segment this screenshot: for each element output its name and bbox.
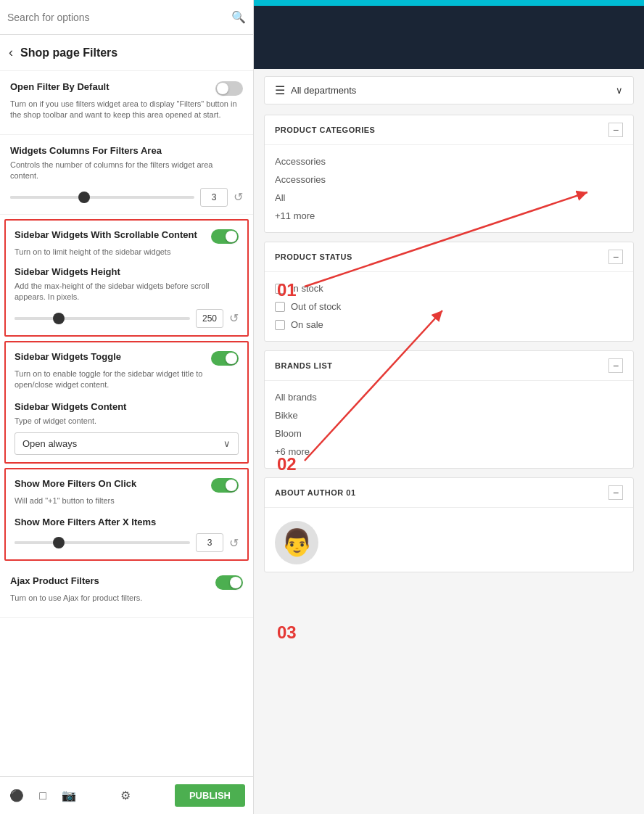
checkbox-label: On sale	[291, 319, 323, 330]
widget-body-categories: Accessories Accessories All +11 more	[265, 145, 633, 232]
desc-sidebar-height: Add the max-height of the sidebar widget…	[15, 281, 239, 303]
checkbox-box[interactable]	[275, 284, 285, 294]
widget-body-status: In stock Out of stock On sale	[265, 272, 633, 341]
panel-content: Open Filter By Default Turn on if you us…	[0, 71, 253, 814]
collapse-status[interactable]: −	[608, 250, 623, 264]
widget-body-author: 👨	[265, 508, 633, 572]
widget-brands-list: BRANDS LIST − All brands Bikke Bloom +6 …	[264, 350, 634, 469]
section-show-more-filters: Show More Filters On Click Will add "+1"…	[4, 468, 249, 561]
publish-button[interactable]: PUBLISH	[175, 784, 245, 807]
list-item[interactable]: Bloom	[275, 424, 623, 443]
dropdown-arrow-icon: ∨	[223, 438, 231, 449]
section-title-sidebar-height: Sidebar Widgets Height	[15, 266, 239, 277]
toggle-thumb	[226, 353, 237, 364]
checkbox-box[interactable]	[275, 320, 285, 330]
search-input[interactable]	[7, 12, 231, 23]
list-item[interactable]: Bikke	[275, 406, 623, 424]
toggle-open-filter[interactable]	[215, 81, 243, 96]
slider-row-more: 3 ↺	[15, 533, 239, 552]
list-item[interactable]: All brands	[275, 388, 623, 406]
checkbox-in-stock[interactable]: In stock	[275, 279, 623, 297]
slider-row-height: 250 ↺	[15, 309, 239, 328]
section-title-show-more-after: Show More Filters After X Items	[15, 517, 239, 527]
slider-columns[interactable]	[10, 190, 194, 205]
toggle-track	[215, 575, 243, 590]
toggle-track	[211, 351, 239, 366]
back-arrow-icon[interactable]: ‹	[9, 45, 13, 60]
widget-title-brands: BRANDS LIST	[275, 361, 332, 370]
dropdown-sidebar-content[interactable]: Open always ∨	[15, 432, 239, 455]
section-sidebar-toggle: Sidebar Widgets Toggle Turn on to enable…	[4, 341, 249, 464]
slider-value-height: 250	[196, 309, 223, 328]
widget-product-categories: PRODUCT CATEGORIES − Accessories Accesso…	[264, 115, 634, 233]
gear-icon[interactable]: ⚙	[120, 789, 131, 802]
hamburger-icon: ☰	[275, 83, 285, 97]
widget-header-author: ABOUT AUTHOR 01 −	[265, 478, 633, 508]
widget-product-status: PRODUCT STATUS − In stock Out of stock O…	[264, 242, 634, 342]
square-icon[interactable]: □	[35, 788, 51, 804]
list-item-more[interactable]: +6 more	[275, 443, 623, 461]
list-item[interactable]: All	[275, 189, 623, 207]
circle-dot-icon[interactable]: ⚫	[9, 788, 25, 804]
desc-ajax: Turn on to use Ajax for product filters.	[10, 593, 243, 604]
slider-more[interactable]	[15, 535, 190, 550]
toggle-track	[215, 81, 243, 96]
section-title-show-more: Show More Filters On Click	[15, 478, 136, 489]
toggle-sidebar-toggle[interactable]	[211, 351, 239, 366]
desc-sidebar-content: Type of widget content.	[15, 416, 239, 427]
widget-header-brands: BRANDS LIST −	[265, 351, 633, 381]
slider-value-columns: 3	[200, 188, 228, 207]
image-icon[interactable]: 📷	[61, 788, 77, 804]
toggle-thumb	[226, 231, 237, 242]
right-panel: ☰ All departments ∨ PRODUCT CATEGORIES −…	[254, 0, 644, 814]
dept-left: ☰ All departments	[275, 83, 356, 97]
widget-title-status: PRODUCT STATUS	[275, 252, 352, 261]
section-widgets-columns: Widgets Columns For Filters Area Control…	[0, 135, 253, 215]
toggle-thumb	[230, 577, 242, 588]
section-open-filter: Open Filter By Default Turn on if you us…	[0, 71, 253, 135]
search-icon: 🔍	[231, 10, 246, 24]
checkbox-on-sale[interactable]: On sale	[275, 316, 623, 334]
toggle-track	[211, 229, 239, 244]
desc-open-filter: Turn on if you use filters widget area t…	[10, 99, 243, 121]
section-title-open-filter: Open Filter By Default	[10, 81, 110, 92]
toggle-thumb	[226, 480, 237, 491]
list-item[interactable]: Accessories	[275, 170, 623, 189]
section-title-sidebar-scrollable: Sidebar Widgets With Scrollable Content	[15, 229, 197, 240]
desc-sidebar-toggle: Turn on to enable toggle for the sidebar…	[15, 369, 239, 391]
slider-reset-more[interactable]: ↺	[229, 536, 239, 550]
section-ajax-filters: Ajax Product Filters Turn on to use Ajax…	[0, 565, 253, 617]
avatar: 👨	[275, 521, 318, 564]
toggle-ajax[interactable]	[215, 575, 243, 590]
toggle-thumb	[217, 83, 228, 94]
collapse-author[interactable]: −	[608, 485, 623, 500]
widget-header-status: PRODUCT STATUS −	[265, 242, 633, 272]
bottom-icons: ⚫ □ 📷	[9, 788, 77, 804]
header-teal-bar	[254, 0, 644, 6]
author-face-icon: 👨	[281, 527, 313, 558]
departments-bar[interactable]: ☰ All departments ∨	[264, 76, 634, 104]
dropdown-value: Open always	[22, 438, 77, 449]
departments-label: All departments	[291, 85, 356, 96]
toggle-sidebar-scrollable[interactable]	[211, 229, 239, 244]
collapse-brands[interactable]: −	[608, 358, 623, 373]
widget-about-author: ABOUT AUTHOR 01 − 👨	[264, 477, 634, 572]
widget-title-categories: PRODUCT CATEGORIES	[275, 126, 375, 134]
slider-value-more: 3	[196, 533, 223, 552]
slider-height[interactable]	[15, 311, 190, 326]
right-header	[254, 0, 644, 69]
toggle-show-more[interactable]	[211, 478, 239, 493]
right-content: ☰ All departments ∨ PRODUCT CATEGORIES −…	[254, 69, 644, 814]
list-item-more[interactable]: +11 more	[275, 207, 623, 225]
collapse-categories[interactable]: −	[608, 123, 623, 137]
slider-reset-columns[interactable]: ↺	[234, 190, 243, 204]
checkbox-box[interactable]	[275, 302, 285, 312]
section-title-widgets-columns: Widgets Columns For Filters Area	[10, 145, 243, 156]
section-sidebar-scrollable: Sidebar Widgets With Scrollable Content …	[4, 219, 249, 337]
section-title-sidebar-toggle: Sidebar Widgets Toggle	[15, 351, 121, 362]
checkbox-out-of-stock[interactable]: Out of stock	[275, 297, 623, 316]
panel-title: Shop page Filters	[20, 46, 117, 59]
slider-reset-height[interactable]: ↺	[229, 311, 239, 325]
list-item[interactable]: Accessories	[275, 152, 623, 170]
dept-arrow-icon: ∨	[616, 85, 623, 96]
